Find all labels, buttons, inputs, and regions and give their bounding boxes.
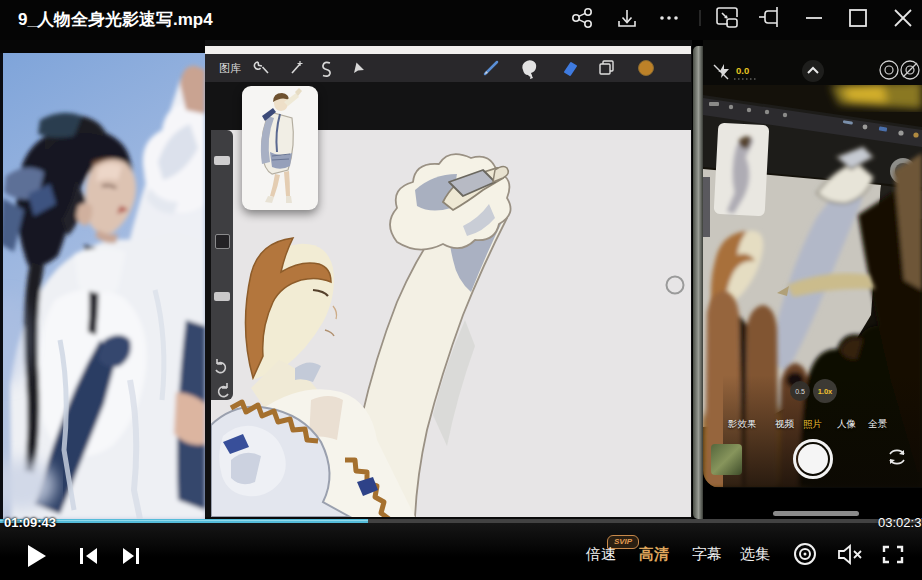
svg-text:0.0: 0.0 xyxy=(736,65,749,76)
svg-text:1.0x: 1.0x xyxy=(818,387,833,396)
svg-text:0.5: 0.5 xyxy=(795,388,805,395)
